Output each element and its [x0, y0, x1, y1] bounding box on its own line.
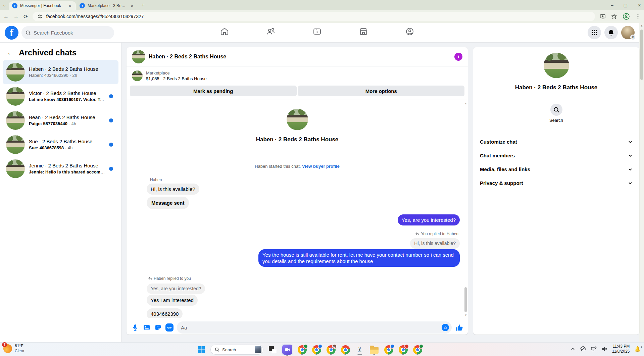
like-thumb-icon[interactable] — [455, 323, 463, 332]
notifications-button[interactable] — [604, 26, 618, 39]
chrome-profile-badge — [303, 344, 308, 349]
sticker-icon[interactable] — [154, 323, 162, 332]
notification-bell-icon[interactable]: 🔔z — [634, 346, 641, 352]
apps-menu-button[interactable] — [588, 26, 601, 39]
window-close-button[interactable]: ✕ — [638, 3, 641, 8]
back-button[interactable]: ← — [3, 13, 9, 19]
tray-chevron-up-icon[interactable] — [571, 347, 575, 351]
media-app-button[interactable] — [282, 344, 293, 355]
facebook-nav — [220, 27, 414, 36]
chrome-profile3-button[interactable]: D — [326, 344, 336, 355]
new-tab-button[interactable]: + — [141, 2, 145, 8]
facebook-search[interactable] — [21, 26, 114, 39]
chrome-button[interactable] — [340, 344, 351, 355]
message-bubble-incoming[interactable]: 4034662390 — [147, 308, 183, 318]
section-media-files-links[interactable]: Media, files and links — [473, 162, 639, 176]
more-options-button[interactable]: More options — [298, 86, 465, 96]
browser-tab-marketplace[interactable]: f Marketplace - 3 Beds 2 Baths H ✕ — [76, 1, 138, 10]
chat-scrollbar-thumb[interactable] — [464, 287, 467, 312]
voice-clip-icon[interactable] — [131, 323, 139, 332]
view-buyer-profile-link[interactable]: View buyer profile — [302, 164, 340, 169]
browser-profile-icon[interactable] — [623, 13, 630, 20]
scroll-up-arrow-icon[interactable]: ▲ — [639, 23, 644, 27]
chat-list-item-sue[interactable]: Sue · 2 Beds 2 Baths House Sue: 40366785… — [3, 133, 118, 157]
url-bar[interactable]: facebook.com/messages/t/8524303104297327 — [33, 12, 595, 21]
browser-tab-messenger[interactable]: f Messenger | Facebook ✕ — [9, 1, 76, 10]
message-input-wrap[interactable]: ☺ — [177, 321, 452, 334]
chat-list-item-bean[interactable]: Bean · 2 Beds 2 Baths House Paige: 58770… — [3, 108, 118, 133]
chrome-profile4-button[interactable] — [383, 344, 394, 355]
browser-menu-icon[interactable] — [635, 14, 641, 19]
details-title: Haben · 2 Beds 2 Baths House — [473, 84, 639, 91]
tab-close-icon[interactable]: ✕ — [67, 3, 72, 8]
message-bubble-incoming[interactable]: Yes I am interested — [147, 295, 198, 306]
chat-scroll-down-icon[interactable]: ▼ — [464, 314, 467, 317]
start-button[interactable] — [196, 344, 207, 355]
chrome-profile2-button[interactable] — [311, 344, 322, 355]
chrome-profile5-button[interactable] — [398, 344, 408, 355]
bookmark-star-icon[interactable] — [611, 13, 617, 19]
section-customize-chat[interactable]: Customize chat — [473, 135, 639, 149]
facebook-search-input[interactable] — [34, 30, 101, 36]
chrome-profile6-button[interactable] — [412, 344, 423, 355]
task-view-button[interactable] — [267, 344, 278, 355]
profile-avatar[interactable]: ▼ — [621, 26, 635, 39]
taskbar-clock[interactable]: 11:43 PM 11/8/2025 — [612, 344, 630, 354]
page-scrollbar[interactable]: ▲ — [639, 23, 644, 342]
conversation-info-icon[interactable]: i — [454, 53, 462, 61]
section-chat-members[interactable]: Chat members — [473, 149, 639, 162]
emoji-icon[interactable]: ☺ — [442, 324, 449, 331]
message-bubble-incoming[interactable]: Hi, is this available? — [147, 184, 199, 195]
mark-as-pending-button[interactable]: Mark as pending — [130, 86, 297, 96]
back-arrow-icon[interactable]: ← — [7, 48, 14, 57]
quoted-message[interactable]: Hi, is this available? — [410, 238, 460, 249]
taskbar-search-box[interactable]: Search — [210, 345, 263, 355]
chat-list-item-jennie[interactable]: Jennie · 2 Beds 2 Baths House Jennie: He… — [3, 157, 118, 181]
tab-search-icon[interactable]: ⌄ — [0, 3, 9, 7]
reply-context-label: You replied to Haben — [421, 232, 458, 236]
message-bubble-outgoing[interactable]: Yes the house is still available for ren… — [258, 249, 460, 267]
scrollbar-thumb[interactable] — [640, 30, 643, 80]
chat-scroll-up-icon[interactable]: ▲ — [464, 102, 467, 105]
quoted-message[interactable]: Yes, are you interested? — [147, 284, 205, 294]
groups-icon[interactable] — [405, 27, 414, 36]
archived-chats-sidebar: ← Archived chats Haben · 2 Beds 2 Baths … — [0, 43, 121, 342]
chrome-profile1-button[interactable] — [297, 344, 307, 355]
gif-icon[interactable]: GIF — [165, 323, 174, 332]
volume-muted-icon[interactable] — [601, 346, 607, 352]
chat-header-title[interactable]: Haben · 2 Beds 2 Baths House — [149, 54, 451, 60]
onedrive-paused-icon[interactable] — [580, 346, 586, 352]
window-restore-button[interactable]: ▢ — [624, 3, 628, 8]
section-label: Media, files and links — [480, 166, 530, 172]
chat-list-item-haben[interactable]: Haben · 2 Beds 2 Baths House Haben: 4034… — [3, 60, 118, 84]
message-scroll-area[interactable]: Haben · 2 Beds 2 Baths House Haben start… — [127, 100, 468, 318]
chat-header-avatar[interactable] — [132, 50, 145, 63]
section-privacy-support[interactable]: Privacy & support — [473, 176, 639, 190]
message-input[interactable] — [181, 325, 421, 330]
friends-icon[interactable] — [266, 27, 276, 36]
tab-close-icon[interactable]: ✕ — [130, 3, 135, 8]
marketplace-icon[interactable] — [359, 27, 368, 36]
forward-button[interactable]: → — [13, 13, 19, 19]
chrome-profile-badge — [390, 344, 395, 349]
window-minimize-button[interactable]: – — [611, 3, 613, 8]
reload-button[interactable]: ⟳ — [23, 13, 28, 20]
chat-started-text: Haben started this chat. — [255, 164, 301, 169]
home-icon[interactable] — [220, 27, 229, 36]
search-in-conversation-button[interactable] — [550, 104, 562, 116]
network-icon[interactable] — [591, 346, 597, 352]
chat-preview: Let me know 4036160107. Victor. T... — [29, 97, 104, 102]
install-icon[interactable] — [600, 13, 606, 19]
watch-icon[interactable] — [312, 27, 322, 36]
clock-time: 11:43 PM — [612, 344, 630, 349]
snipping-tool-button[interactable]: ✂ — [354, 344, 365, 355]
facebook-logo[interactable]: f — [5, 26, 18, 40]
message-bubble-outgoing[interactable]: Yes, are you interested? — [398, 214, 460, 225]
taskbar-weather-widget[interactable]: 7 61°F Clear — [3, 344, 24, 354]
file-explorer-button[interactable] — [369, 344, 380, 355]
site-info-icon[interactable] — [37, 14, 43, 19]
chat-name: Jennie · 2 Beds 2 Baths House — [29, 162, 105, 169]
message-bubble-incoming[interactable]: Message sent — [147, 197, 189, 209]
chat-list-item-victor[interactable]: Victor · 2 Beds 2 Baths House Let me kno… — [3, 84, 118, 108]
attach-image-icon[interactable] — [143, 323, 151, 332]
